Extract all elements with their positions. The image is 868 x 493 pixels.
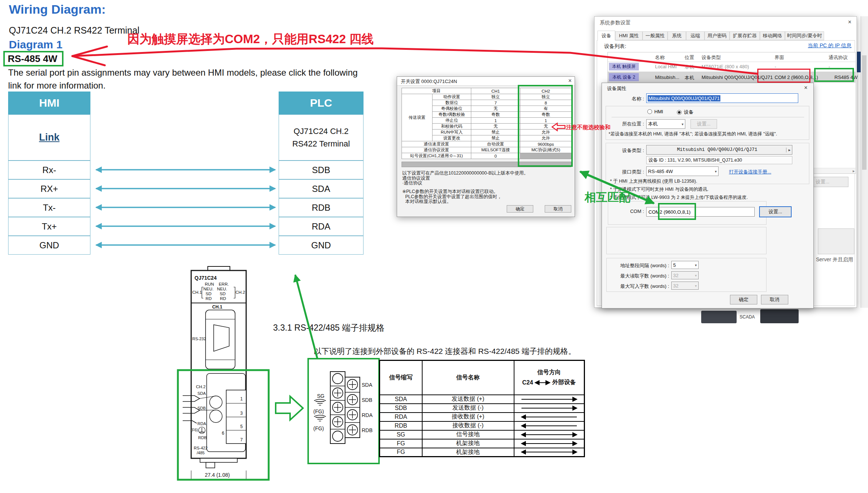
ch2-value[interactable]: 允许 bbox=[520, 135, 572, 141]
ch1-value[interactable]: 1 bbox=[471, 118, 520, 124]
ch2-value[interactable] bbox=[520, 153, 572, 159]
ch2-value[interactable]: 奇数 bbox=[520, 112, 572, 118]
ch2-value[interactable]: 1 bbox=[520, 118, 572, 124]
tab-time-sync[interactable]: 时间同步/夏令时 bbox=[785, 31, 824, 40]
module-led-row3: SD SD bbox=[206, 292, 225, 296]
ch2-value[interactable]: 有 bbox=[520, 106, 572, 112]
terminal-num-7: 7 bbox=[240, 437, 243, 442]
wiring-hmi-header: HMI bbox=[8, 92, 90, 114]
tab-hmi-props[interactable]: HMI 属性 bbox=[615, 31, 643, 40]
status-bar bbox=[402, 162, 571, 167]
expand-right-icon[interactable]: ▸ bbox=[786, 148, 790, 152]
table-row: RDA接收数据 (+) bbox=[380, 413, 585, 421]
module-ch2-port: CH.2 bbox=[196, 385, 206, 389]
sig-abbr: FG bbox=[380, 439, 422, 448]
ch1-value[interactable]: MELSOFT连接 bbox=[471, 147, 520, 153]
radio-hmi[interactable]: HMI bbox=[647, 109, 663, 114]
scroll-right-icon[interactable]: ▸ bbox=[852, 169, 855, 173]
row2-location: 本机 bbox=[685, 75, 694, 81]
tab-system[interactable]: 系统 bbox=[668, 31, 686, 40]
terminal-block-green-box: SDA SDB RDA RDB SG (FG) (FG) bbox=[307, 358, 380, 464]
tab-general[interactable]: 一般属性 bbox=[643, 31, 668, 40]
radio-device[interactable]: 设备 bbox=[677, 109, 693, 116]
com-settings-button[interactable]: 设置... bbox=[759, 206, 792, 217]
terminal-pin-rdb: RDB bbox=[362, 427, 373, 433]
ok-button[interactable]: 确定 bbox=[730, 295, 757, 304]
tab-mobile[interactable]: 移动网络 bbox=[760, 31, 785, 40]
tab-remote[interactable]: 远端 bbox=[686, 31, 705, 40]
ch2-value[interactable]: MC协议(格式5) bbox=[520, 147, 572, 153]
col-ch2: CH2 bbox=[520, 88, 572, 94]
module-rs422-label2: /485 bbox=[197, 451, 204, 455]
ch1-value[interactable]: 无 bbox=[471, 124, 520, 130]
switch-note3: ·通信协议 bbox=[402, 180, 422, 186]
row2-tag: 本机 设备 2 bbox=[609, 73, 639, 81]
interface-type-value: RS-485 4W bbox=[648, 169, 673, 174]
col-interface: 界面 bbox=[775, 54, 784, 61]
ch1-value[interactable]: 自动设置 bbox=[471, 141, 520, 147]
red-annotation-text: 因为触摸屏选择为COM2，只能用RS422 四线 bbox=[127, 31, 373, 48]
sig-name: 发送数据 (+) bbox=[422, 395, 514, 404]
ok-button[interactable]: 确定 bbox=[507, 205, 533, 213]
pc-ip-link[interactable]: 当前 PC 的 IP 信息 bbox=[808, 42, 851, 49]
switch-note6: 本对话框显示默认值。 bbox=[405, 199, 451, 205]
sig-dir-c24: C24 bbox=[522, 379, 533, 386]
section-heading: 3.3.1 RS-422/485 端子排规格 bbox=[273, 322, 385, 334]
close-icon[interactable]: × bbox=[568, 77, 572, 84]
table-row[interactable]: 本机 触摸屏 Local HMI 本机 MT6071iE (800 x 480)… bbox=[608, 62, 855, 72]
col-protocol: 通讯协议 bbox=[829, 54, 848, 61]
hmi-link[interactable]: Link bbox=[39, 132, 60, 143]
interval-value: 5 bbox=[673, 262, 676, 268]
ch1-value[interactable]: 独立 bbox=[471, 94, 520, 100]
module-rda-label: RDA bbox=[197, 421, 206, 426]
name-input[interactable]: Mitsubishi Q00/Q00UJ/Q01/QJ71 bbox=[646, 93, 798, 103]
cancel-button[interactable]: 取消 bbox=[761, 295, 788, 304]
setting-label: 设置更改 bbox=[433, 135, 471, 141]
module-sda-label: SDA bbox=[197, 391, 206, 396]
close-icon[interactable]: × bbox=[804, 85, 807, 91]
table-row[interactable]: 本机 设备 2 Mitsubish... 本机 Mitsubishi Q00/Q… bbox=[608, 72, 855, 83]
setting-label: 数据位 bbox=[433, 100, 471, 106]
ch2-value[interactable]: 允许 bbox=[520, 130, 572, 135]
col-ch1: CH1 bbox=[471, 88, 520, 94]
tab-password[interactable]: 用户密码 bbox=[705, 31, 730, 40]
rs485-mode-label: RS-485 4W bbox=[5, 53, 57, 65]
interval-dropdown[interactable]: 5▾ bbox=[671, 261, 699, 269]
ch1-value[interactable]: 奇数 bbox=[471, 112, 520, 118]
module-ch1-port: CH.1 bbox=[212, 304, 223, 310]
doc-subtitle: QJ71C24 CH.2 RS422 Terminal bbox=[9, 25, 140, 36]
terminal-pin-sda: SDA bbox=[362, 382, 372, 388]
rs485-mode-box: RS-485 4W bbox=[3, 51, 63, 66]
location-dropdown[interactable]: 本机▾ bbox=[646, 119, 685, 129]
background-scada-strip: SCADA bbox=[701, 309, 801, 323]
cancel-button[interactable]: 取消 bbox=[545, 205, 571, 213]
tab-ext-memory[interactable]: 扩展存贮器 bbox=[730, 31, 760, 40]
ch1-value[interactable]: 禁止 bbox=[471, 130, 520, 135]
location-settings-button[interactable]: 设置... bbox=[690, 119, 717, 129]
ch2-value[interactable]: 9600bps bbox=[520, 141, 572, 147]
ch1-value[interactable]: 禁止 bbox=[471, 135, 520, 141]
tab-device[interactable]: 设备 bbox=[597, 31, 615, 41]
connection-manual-link[interactable]: 打开设备连接手册... bbox=[729, 169, 771, 175]
vertical-scrollbar[interactable] bbox=[861, 16, 868, 308]
scrollbar-thumb[interactable] bbox=[862, 55, 867, 170]
paragraph-line2: link for more information. bbox=[8, 80, 106, 91]
wiring-plc-desc-cell: QJ71C24 CH.2 RS422 Terminal bbox=[279, 114, 364, 161]
ch1-value[interactable]: 7 bbox=[471, 100, 520, 106]
ch2-value[interactable]: 独立 bbox=[520, 94, 572, 100]
max-write-dropdown: 32▾ bbox=[671, 282, 699, 290]
col-location: 位置 bbox=[685, 54, 694, 61]
ch1-value[interactable]: 无 bbox=[471, 106, 520, 112]
ch2-value[interactable]: 8 bbox=[520, 100, 572, 106]
ch1-value[interactable]: 0 bbox=[471, 153, 520, 159]
device-type-selector[interactable]: Mitsubishi Q00/Q00UJ/Q01/QJ71 ▸ bbox=[646, 145, 792, 155]
col-name: 名称 bbox=[655, 54, 665, 61]
interface-type-dropdown[interactable]: RS-485 4W▾ bbox=[646, 166, 719, 176]
ch2-value[interactable]: 无 bbox=[520, 124, 572, 130]
max-read-label: 最大读取字数 (words) : bbox=[613, 273, 669, 279]
sig-name: 信号接地 bbox=[422, 430, 514, 439]
setting-label: 奇数/偶数校验 bbox=[433, 112, 471, 118]
close-icon[interactable]: × bbox=[848, 19, 851, 25]
background-device-image bbox=[701, 311, 737, 323]
radio-device-label: 设备 bbox=[684, 109, 693, 116]
